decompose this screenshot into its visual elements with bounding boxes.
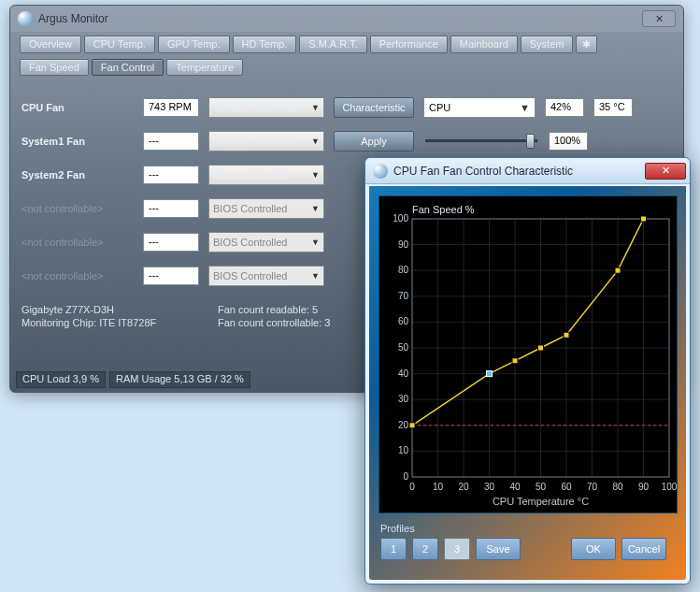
svg-text:0: 0 [409, 482, 415, 492]
svg-text:40: 40 [398, 368, 409, 379]
profile-2-button[interactable]: 2 [412, 538, 438, 560]
tab-s-m-a-r-t-[interactable]: S.M.A.R.T. [299, 36, 367, 53]
mode-select[interactable]: BIOS Controlled▼ [208, 165, 324, 185]
svg-text:100: 100 [662, 482, 678, 492]
dialog-title: CPU Fan Fan Control Characteristic [393, 165, 573, 178]
mode-select: BIOS Controlled▼ [208, 198, 324, 219]
svg-text:20: 20 [458, 482, 469, 492]
fan-label: System1 Fan [21, 136, 134, 147]
svg-text:90: 90 [638, 482, 650, 492]
svg-text:20: 20 [398, 420, 409, 430]
svg-rect-48 [512, 358, 518, 364]
tab-mainboard[interactable]: Mainboard [450, 36, 518, 53]
svg-rect-51 [615, 267, 621, 273]
svg-text:50: 50 [536, 482, 547, 492]
subtab-fan-speed[interactable]: Fan Speed [20, 59, 89, 76]
mode-select: BIOS Controlled▼ [208, 232, 324, 253]
main-tabs: OverviewCPU Temp.GPU Temp.HD Temp.S.M.A.… [10, 32, 683, 53]
svg-text:80: 80 [612, 482, 623, 492]
sub-tabs: Fan SpeedFan ControlTemperature [10, 53, 683, 76]
characteristic-button[interactable]: Characteristic [334, 97, 414, 118]
svg-text:60: 60 [398, 316, 409, 326]
subtab-temperature[interactable]: Temperature [166, 59, 243, 76]
source-select[interactable]: CPU▼ [423, 97, 536, 118]
svg-text:60: 60 [561, 482, 572, 492]
fan-row-1: System1 Fan---Manual Controlled▼Apply100… [21, 124, 674, 158]
ram-usage: RAM Usage 5,13 GB / 32 % [109, 371, 250, 388]
profile-3-button[interactable]: 3 [444, 538, 470, 560]
svg-rect-49 [538, 345, 544, 351]
svg-text:80: 80 [398, 265, 409, 275]
fan-label: <not controllable> [21, 237, 134, 248]
fan-rpm: --- [143, 132, 199, 151]
svg-text:40: 40 [509, 482, 521, 492]
svg-rect-53 [487, 371, 493, 377]
svg-text:30: 30 [484, 482, 495, 492]
svg-text:50: 50 [398, 342, 409, 353]
characteristic-dialog: CPU Fan Fan Control Characteristic ✕ Fan… [364, 157, 691, 585]
svg-rect-52 [641, 216, 647, 222]
close-button[interactable]: ✕ [642, 10, 676, 27]
save-button[interactable]: Save [476, 538, 521, 560]
window-title: Argus Monitor [38, 12, 108, 25]
tab-cpu-temp-[interactable]: CPU Temp. [84, 36, 155, 53]
fan-rpm: 743 RPM [143, 98, 199, 117]
dialog-body: Fan Speed % 0102030405060708090100010203… [369, 186, 686, 580]
mode-select: BIOS Controlled▼ [208, 266, 324, 286]
ok-button[interactable]: OK [571, 538, 616, 560]
profiles-label: Profiles [380, 523, 415, 534]
cancel-button[interactable]: Cancel [621, 538, 666, 560]
fan-curve-chart[interactable]: 0102030405060708090100010203040506070809… [379, 196, 679, 514]
fan-row-0: CPU Fan743 RPMSoftware Controlled▼Charac… [21, 91, 674, 124]
cpu-load: CPU Load 3,9 % [16, 371, 106, 388]
settings-gear-icon[interactable]: ✱ [576, 36, 597, 53]
dialog-close-button[interactable]: ✕ [645, 163, 686, 180]
board-label: Gigabyte Z77X-D3H [21, 304, 218, 315]
fan-label: System2 Fan [21, 169, 134, 180]
svg-rect-46 [409, 423, 415, 428]
svg-rect-50 [564, 332, 569, 338]
fan-rpm: --- [143, 199, 199, 218]
speed-slider[interactable] [423, 131, 539, 152]
apply-button[interactable]: Apply [334, 131, 414, 152]
fan-rpm: --- [143, 166, 199, 184]
fan-label: CPU Fan [21, 102, 134, 113]
fan-label: <not controllable> [21, 203, 134, 214]
svg-text:70: 70 [587, 482, 598, 492]
tab-gpu-temp-[interactable]: GPU Temp. [158, 36, 230, 53]
svg-text:10: 10 [433, 482, 444, 492]
subtab-fan-control[interactable]: Fan Control [92, 59, 164, 76]
title-bar: Argus Monitor ✕ [10, 6, 683, 32]
tab-system[interactable]: System [521, 36, 574, 53]
fan-rpm: --- [143, 233, 199, 252]
svg-text:0: 0 [403, 471, 408, 482]
svg-text:70: 70 [398, 291, 409, 301]
pct-display: 42% [545, 98, 584, 117]
chip-label: Monitoring Chip: ITE IT8728F [21, 317, 218, 328]
tab-performance[interactable]: Performance [370, 36, 448, 53]
mode-select[interactable]: Software Controlled▼ [208, 97, 324, 118]
temp-display: 35 °C [593, 98, 633, 117]
svg-text:30: 30 [398, 394, 409, 404]
tab-hd-temp-[interactable]: HD Temp. [233, 36, 297, 53]
dialog-app-icon [373, 164, 388, 179]
pct-input[interactable]: 100% [549, 132, 588, 151]
dialog-title-bar: CPU Fan Fan Control Characteristic ✕ [365, 158, 690, 184]
app-icon [18, 11, 33, 26]
mode-select[interactable]: Manual Controlled▼ [208, 131, 324, 152]
fan-label: <not controllable> [21, 270, 134, 282]
fan-rpm: --- [143, 267, 199, 285]
profiles-section: Profiles 1 2 3 Save OK Cancel [369, 523, 686, 560]
svg-text:CPU Temperature °C: CPU Temperature °C [493, 496, 589, 507]
svg-text:90: 90 [398, 239, 409, 250]
svg-text:100: 100 [393, 213, 408, 224]
svg-text:10: 10 [398, 445, 409, 455]
profile-1-button[interactable]: 1 [380, 538, 407, 560]
tab-overview[interactable]: Overview [20, 36, 81, 53]
chart-area[interactable]: Fan Speed % 0102030405060708090100010203… [379, 195, 678, 513]
